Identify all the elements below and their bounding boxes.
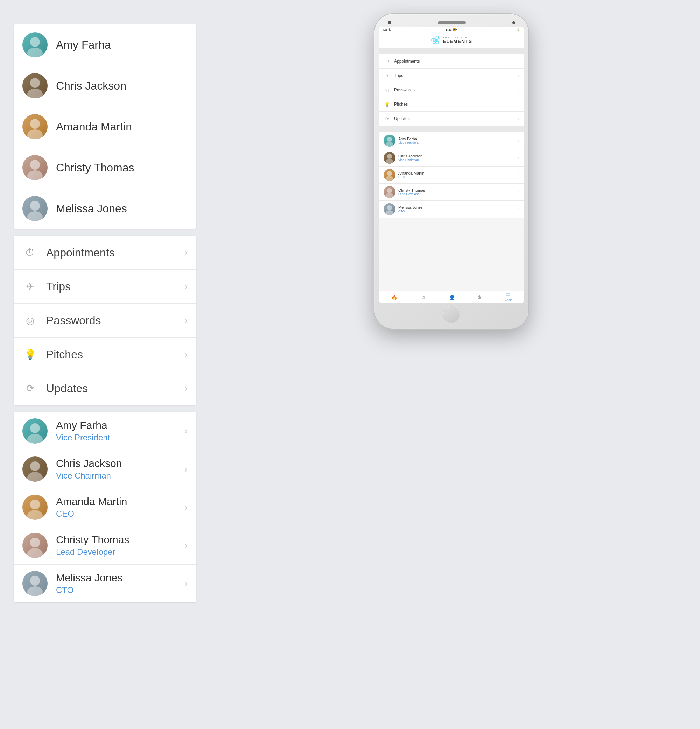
phone-app-header: REACTNATIVE ELEMENTS (380, 33, 524, 48)
contact-name-amy: Amy Farha (56, 420, 185, 431)
simple-contact-item-christy[interactable]: Christy Thomas (14, 147, 196, 188)
contact-name-christy: Christy Thomas (56, 534, 185, 546)
svg-point-25 (386, 142, 393, 147)
phone-menu-appointments[interactable]: ⏱ Appointments › (380, 54, 524, 68)
phone-menu-pitches[interactable]: 💡 Pitches › (380, 97, 524, 112)
avatar-detail-chris (22, 456, 48, 482)
simple-contact-item-melissa[interactable]: Melissa Jones (14, 188, 196, 229)
svg-point-28 (387, 171, 392, 176)
phone-tab-contacts[interactable]: 👤 (446, 295, 458, 300)
svg-point-5 (27, 129, 43, 139)
svg-point-17 (27, 548, 43, 558)
phone-icon-passwords: ◎ (384, 86, 391, 93)
menu-item-updates[interactable]: ⟳ Updates › (14, 372, 196, 405)
menu-item-pitches[interactable]: 💡 Pitches › (14, 338, 196, 372)
contact-name-amanda: Amanda Martin (56, 496, 185, 508)
avatar-detail-christy (22, 533, 48, 558)
phone-contact-amanda[interactable]: Amanda Martin CEO › (380, 167, 524, 184)
phone-menu-trips[interactable]: ✈ Trips › (380, 68, 524, 83)
phone-label-appointments: Appointments (394, 59, 518, 64)
phone-contact-title-christy: Lead Developer (398, 192, 518, 196)
phone-menu-updates[interactable]: ⟳ Updates › (380, 112, 524, 126)
phone-label-pitches: Pitches (394, 102, 518, 107)
phone-contact-christy[interactable]: Christy Thomas Lead Developer › (380, 184, 524, 201)
left-panel: Amy Farha Chris Jackson Amanda Martin Ch… (14, 25, 196, 603)
svg-point-30 (387, 188, 392, 193)
simple-contact-item-amanda[interactable]: Amanda Martin (14, 106, 196, 147)
tab-icon-more: ☰ (506, 293, 510, 298)
simple-contact-item-amy[interactable]: Amy Farha (14, 25, 196, 65)
phone-contact-title-amy: Vice President (398, 141, 518, 144)
phone-contact-name-amanda: Amanda Martin (398, 171, 518, 175)
svg-point-15 (27, 510, 43, 520)
chevron-passwords: › (185, 315, 188, 326)
phone-chevron-pitches: › (518, 103, 520, 106)
detailed-contacts-card: Amy Farha Vice President › Chris Jackson… (14, 412, 196, 603)
menu-item-passwords[interactable]: ◎ Passwords › (14, 304, 196, 338)
phone-icon-appointments: ⏱ (384, 58, 391, 65)
chevron-detail-melissa: › (185, 578, 188, 589)
phone-icon-updates: ⟳ (384, 115, 391, 122)
svg-point-1 (27, 48, 43, 57)
phone-tab-bar: 🔥 🖥 👤 $ ☰ MORE (380, 291, 524, 303)
contact-name-chris: Chris Jackson (56, 79, 127, 92)
detailed-contact-item-amy[interactable]: Amy Farha Vice President › (14, 412, 196, 450)
menu-icon-pitches: 💡 (22, 347, 38, 362)
phone-speaker (438, 21, 466, 24)
svg-point-18 (30, 576, 40, 585)
phone-camera (388, 21, 391, 25)
detailed-contact-item-christy[interactable]: Christy Thomas Lead Developer › (14, 526, 196, 565)
avatar-amanda (22, 114, 48, 139)
phone-top-bar (380, 19, 524, 26)
svg-point-16 (30, 538, 40, 547)
contact-name-chris: Chris Jackson (56, 457, 185, 469)
chevron-pitches: › (185, 349, 188, 360)
phone-dot (512, 21, 515, 24)
phone-tab-device[interactable]: 🖥 (418, 295, 428, 300)
svg-point-29 (386, 176, 393, 181)
avatar-detail-melissa (22, 571, 48, 596)
svg-point-6 (30, 160, 40, 170)
phone-contact-info-amy: Amy Farha Vice President (398, 137, 518, 144)
menu-icon-updates: ⟳ (22, 380, 38, 396)
phone-avatar-christy (384, 186, 396, 198)
phone-tab-more[interactable]: ☰ MORE (502, 293, 515, 302)
menu-icon-passwords: ◎ (22, 313, 38, 328)
contact-name-melissa: Melissa Jones (56, 572, 185, 584)
phone-home-button[interactable] (444, 306, 460, 322)
svg-point-26 (387, 154, 392, 159)
svg-point-2 (30, 78, 40, 88)
phone-menu-passwords[interactable]: ◎ Passwords › (380, 83, 524, 97)
contact-info-chris: Chris Jackson Vice Chairman (56, 457, 185, 481)
phone-content: ⏱ Appointments › ✈ Trips › ◎ Passwords ›… (380, 48, 524, 291)
phone-contact-melissa[interactable]: Melissa Jones CTO › (380, 201, 524, 218)
phone-tab-fire[interactable]: 🔥 (389, 295, 400, 300)
simple-contact-item-chris[interactable]: Chris Jackson (14, 65, 196, 106)
menu-item-trips[interactable]: ✈ Trips › (14, 270, 196, 304)
menu-label-appointments: Appointments (46, 246, 185, 259)
chevron-detail-chris: › (185, 463, 188, 475)
phone-contact-amy[interactable]: Amy Farha Vice President › (380, 132, 524, 150)
phone-tab-dollar[interactable]: $ (476, 295, 484, 300)
phone-outer: Carrier 📶 1:33 PM 🔋 REACTN (374, 14, 528, 329)
phone-contact-name-chris: Chris Jackson (398, 154, 518, 158)
contact-info-melissa: Melissa Jones CTO (56, 572, 185, 595)
phone-label-passwords: Passwords (394, 87, 518, 92)
detailed-contact-item-amanda[interactable]: Amanda Martin CEO › (14, 488, 196, 526)
chevron-trips: › (185, 281, 188, 292)
phone-avatar-chris (384, 152, 396, 164)
tab-label-more: MORE (504, 299, 512, 302)
phone-avatar-melissa (384, 203, 396, 215)
detailed-contact-item-chris[interactable]: Chris Jackson Vice Chairman › (14, 450, 196, 488)
detailed-contact-item-melissa[interactable]: Melissa Jones CTO › (14, 565, 196, 603)
svg-point-27 (386, 159, 393, 164)
avatar-chris (22, 73, 48, 98)
contact-name-amy: Amy Farha (56, 38, 111, 51)
svg-point-12 (30, 462, 40, 471)
contact-name-amanda: Amanda Martin (56, 121, 132, 133)
svg-point-31 (386, 193, 393, 198)
menu-item-appointments[interactable]: ⏱ Appointments › (14, 236, 196, 270)
battery-icon: 🔋 (517, 28, 520, 32)
phone-contact-chris[interactable]: Chris Jackson Vice Chairman › (380, 150, 524, 167)
phone-contact-info-chris: Chris Jackson Vice Chairman (398, 154, 518, 162)
